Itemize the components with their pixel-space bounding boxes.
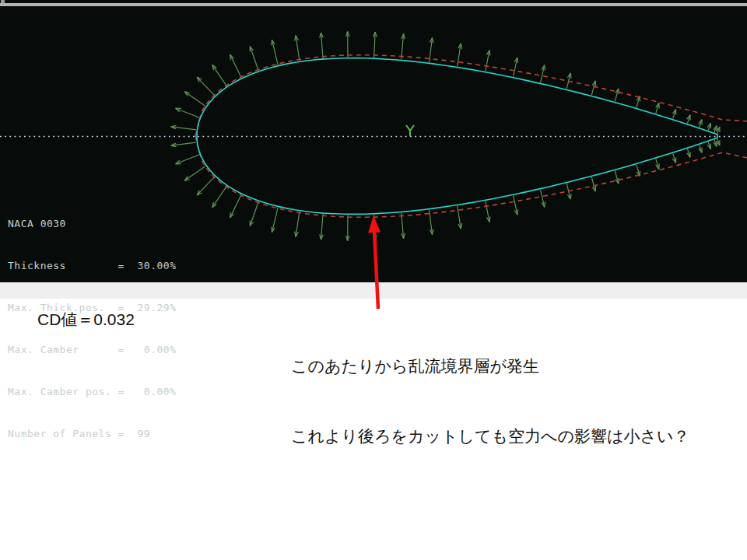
stats-line-num-panels: Number of Panels = 99: [8, 427, 177, 441]
note-line-1: このあたりから乱流境界層が発生: [291, 355, 689, 378]
note-line-2: これより後ろをカットしても空力への影響は小さい？: [291, 425, 689, 448]
airfoil-stats-block: NACA 0030 Thickness = 30.00% Max. Thick.…: [8, 189, 177, 469]
stats-line-airfoil-name: NACA 0030: [8, 217, 177, 231]
xfoil-plot-panel: NACA 0030 Thickness = 30.00% Max. Thick.…: [0, 0, 747, 282]
note-textbox: このあたりから乱流境界層が発生 これより後ろをカットしても空力への影響は小さい？: [291, 308, 689, 495]
stats-line-max-camber-pos: Max. Camber pos. = 0.00%: [8, 385, 177, 399]
stats-line-max-thick-pos: Max. Thick.pos. = 29.29%: [8, 301, 177, 315]
presentation-slide: NACA 0030 Thickness = 30.00% Max. Thick.…: [0, 0, 747, 560]
stats-line-max-camber: Max. Camber = 0.00%: [8, 343, 177, 357]
panel-top-notch: [1, 0, 5, 3]
stats-line-thickness: Thickness = 30.00%: [8, 259, 177, 273]
panel-top-border: [0, 3, 747, 6]
